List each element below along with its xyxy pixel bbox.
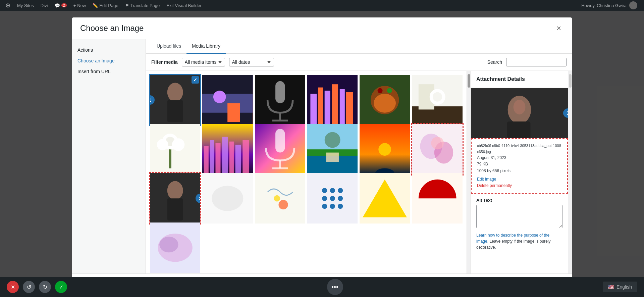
fab-button[interactable]: ••• <box>327 279 343 295</box>
language-selector[interactable]: 🇺🇸 English <box>603 282 637 292</box>
scribble-image <box>255 173 305 224</box>
svg-rect-40 <box>235 145 241 175</box>
wp-logo-item[interactable]: ⊕ <box>3 0 13 11</box>
translate-page-item[interactable]: ⚑ Translate Page <box>122 0 163 11</box>
edit-image-link[interactable]: Edit Image <box>477 177 496 182</box>
media-item[interactable] <box>307 173 358 224</box>
media-item[interactable] <box>202 124 253 175</box>
svg-rect-41 <box>243 140 249 174</box>
edit-page-label: Edit Page <box>99 3 118 8</box>
attachment-details-panel: Attachment Details 3 <box>471 71 568 274</box>
svg-point-70 <box>322 196 327 201</box>
media-item[interactable] <box>150 124 200 175</box>
sidebar-item-actions[interactable]: Actions <box>72 45 146 55</box>
svg-rect-15 <box>332 84 338 125</box>
media-item[interactable] <box>412 173 463 224</box>
media-item[interactable] <box>255 75 305 125</box>
new-icon: + <box>73 3 76 8</box>
attachment-size: 79 KB <box>477 161 562 167</box>
check-icon: ✓ <box>59 284 63 290</box>
svg-point-81 <box>159 237 178 252</box>
my-sites-item[interactable]: My Sites <box>14 0 37 11</box>
divi-item[interactable]: Divi <box>38 0 51 11</box>
svg-rect-12 <box>310 94 317 125</box>
svg-point-69 <box>338 188 343 193</box>
search-input[interactable] <box>506 58 567 66</box>
howdy-label: Howdy, Christina Gwira <box>581 3 627 8</box>
date-select[interactable]: All dates January 2024 December 2023 Aug… <box>229 58 274 66</box>
close-button[interactable]: ✕ <box>7 281 19 293</box>
microphone2-image <box>255 124 305 175</box>
svg-rect-36 <box>210 140 214 174</box>
translate-page-label: Translate Page <box>130 3 160 8</box>
avatar <box>629 1 637 9</box>
sidebar-item-insert-url[interactable]: Insert from URL <box>72 66 146 77</box>
preview-svg <box>471 88 568 138</box>
attachment-date: August 31, 2023 <box>477 155 562 161</box>
media-item[interactable] <box>360 124 410 175</box>
svg-rect-14 <box>325 91 330 125</box>
illustration-image <box>202 75 253 125</box>
svg-rect-39 <box>229 141 234 175</box>
exit-builder-label: Exit Visual Builder <box>166 3 202 8</box>
redo-button[interactable]: ↻ <box>39 281 51 293</box>
svg-point-72 <box>338 196 343 201</box>
media-grid: 1 <box>146 71 467 274</box>
media-item[interactable] <box>255 173 305 224</box>
media-item[interactable] <box>202 75 253 125</box>
city-purple-image <box>202 124 253 175</box>
svg-point-33 <box>157 139 168 150</box>
triangle-image <box>360 173 410 224</box>
media-item[interactable] <box>255 124 305 175</box>
alt-text-section: Alt Text Learn how to describe the purpo… <box>471 194 568 254</box>
dots-image <box>307 173 358 224</box>
attachment-preview: 3 <box>471 88 568 138</box>
media-item[interactable] <box>360 75 410 125</box>
media-scrollbar-thumb[interactable] <box>468 74 470 88</box>
modal-body: Actions Choose an Image Insert from URL … <box>72 39 572 274</box>
city-image <box>307 75 358 125</box>
media-item[interactable] <box>412 124 463 175</box>
delete-permanently-link[interactable]: Delete permanently <box>477 183 512 188</box>
svg-point-32 <box>172 138 185 151</box>
svg-point-67 <box>322 188 327 193</box>
media-type-select[interactable]: All media items Images Audio Video <box>182 58 225 66</box>
media-item[interactable]: 1 <box>150 75 200 125</box>
edit-page-item[interactable]: ✏️ Edit Page <box>90 0 121 11</box>
media-grid-scrollbar[interactable] <box>467 71 471 274</box>
close-icon: ✕ <box>11 284 15 290</box>
comments-item[interactable]: 💬 2 <box>52 0 69 11</box>
svg-rect-84 <box>507 121 531 138</box>
microphone-image <box>255 75 305 125</box>
media-item[interactable] <box>307 75 358 125</box>
media-item[interactable] <box>307 124 358 175</box>
sidebar-item-choose-image[interactable]: Choose an Image <box>72 55 146 66</box>
media-item[interactable] <box>202 173 253 224</box>
undo-button[interactable]: ↺ <box>23 281 35 293</box>
modal-close-button[interactable]: × <box>554 23 564 34</box>
media-item[interactable]: 2 <box>150 173 200 224</box>
exit-builder-item[interactable]: Exit Visual Builder <box>164 0 204 11</box>
bottom-center: ••• <box>327 279 343 295</box>
alt-text-input[interactable] <box>476 205 562 228</box>
kitchen-image <box>412 75 463 125</box>
attachment-info: cb82fc0f-c8b0-4110-b4c4-3053113addca_out… <box>471 138 568 194</box>
abstract1-image <box>202 173 253 224</box>
confirm-button[interactable]: ✓ <box>55 281 67 293</box>
tab-upload[interactable]: Upload files <box>151 39 186 54</box>
svg-point-49 <box>325 132 340 148</box>
svg-point-21 <box>378 88 383 93</box>
media-item[interactable] <box>360 173 410 224</box>
bottom-actions: ✕ ↺ ↻ ✓ <box>7 281 67 293</box>
svg-rect-17 <box>346 92 353 126</box>
media-item[interactable] <box>150 222 200 273</box>
media-item[interactable] <box>412 75 463 125</box>
tab-media-library[interactable]: Media Library <box>186 39 226 54</box>
turkey-image <box>360 75 410 125</box>
attachment-details-title: Attachment Details <box>471 71 568 88</box>
language-label: English <box>616 284 632 290</box>
new-item[interactable]: + New <box>71 0 89 11</box>
attachment-panel-scrollbar-thumb[interactable] <box>569 74 572 88</box>
attachment-panel-scrollbar[interactable] <box>568 71 572 274</box>
svg-point-5 <box>213 91 226 103</box>
